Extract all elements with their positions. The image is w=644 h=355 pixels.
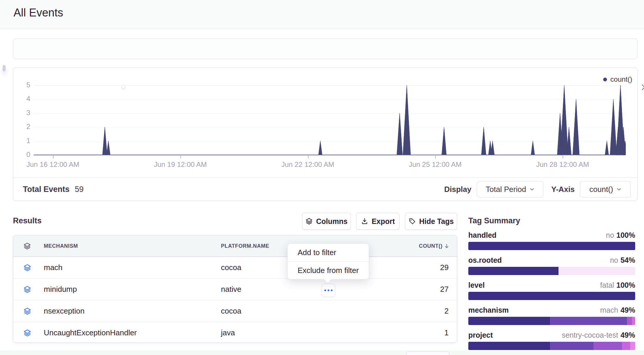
hide-tags-button-label: Hide Tags <box>419 217 454 226</box>
legend-label: count() <box>610 75 632 83</box>
tag-entry-mechanism: mechanism mach49% <box>468 306 635 325</box>
tag-distribution-bar[interactable] <box>468 342 635 350</box>
close-icon[interactable] <box>640 83 644 92</box>
tag-bar-segment <box>559 267 635 275</box>
sort-desc-icon <box>444 244 449 249</box>
layers-icon <box>23 329 31 337</box>
tag-name: level <box>468 281 485 289</box>
tag-top-value: no100% <box>606 231 635 240</box>
cell-platform[interactable]: native <box>221 285 368 294</box>
tag-name: project <box>468 331 493 339</box>
layers-icon <box>23 307 31 315</box>
chart-legend[interactable]: count() <box>603 75 632 83</box>
table-header-row: MECHANISM PLATFORM.NAME COUNT() <box>13 235 457 257</box>
tag-bar-segment <box>468 292 635 300</box>
row-icon-cell <box>13 264 44 272</box>
export-button-label: Export <box>372 217 395 226</box>
tag-bar-segment <box>468 317 550 325</box>
cell-mechanism[interactable]: UncaughtExceptionHandler <box>44 328 221 337</box>
tag-summary-panel: Tag Summary handled no100% os.rooted no5… <box>468 216 635 350</box>
layers-icon <box>23 242 31 250</box>
tag-bar-segment <box>468 242 635 250</box>
discover-all-events-page: All Events event.type:error handled:no l… <box>0 0 644 355</box>
cell-platform[interactable]: java <box>221 328 368 337</box>
tag-distribution-bar[interactable] <box>468 317 635 325</box>
row-icon-cell <box>13 307 44 315</box>
dot-icon <box>324 289 326 291</box>
results-table: MECHANISM PLATFORM.NAME COUNT() mach coc… <box>13 235 457 343</box>
legend-dot-icon <box>603 78 607 81</box>
tag-bar-segment <box>627 317 632 325</box>
tag-bar-segment <box>550 317 627 325</box>
tag-entry-level: level fatal100% <box>468 281 635 300</box>
total-events: Total Events 59 <box>23 177 84 201</box>
column-header-count[interactable]: COUNT() <box>368 243 457 249</box>
display-dropdown-value: Total Period <box>486 185 526 194</box>
total-events-label: Total Events <box>23 185 70 194</box>
tag-top-value: mach49% <box>600 306 635 314</box>
yaxis-dropdown-value: count() <box>589 185 613 194</box>
display-dropdown[interactable]: Total Period <box>477 181 543 197</box>
table-row: minidump native 27 <box>13 279 457 300</box>
table-row: UncaughtExceptionHandler java 1 <box>13 322 457 343</box>
page-title: All Events <box>14 6 63 19</box>
columns-button[interactable]: Columns <box>302 213 351 230</box>
tag-distribution-bar[interactable] <box>468 242 635 250</box>
search-bar[interactable]: event.type:error handled:no level:fatal <box>13 38 638 59</box>
tag-distribution-bar[interactable] <box>468 292 635 300</box>
cell-mechanism[interactable]: nsexception <box>44 307 221 316</box>
tag-name: os.rooted <box>468 256 502 264</box>
yaxis-label: Y-Axis <box>551 185 575 194</box>
tag-bar-segment <box>593 342 622 350</box>
tag-top-value: fatal100% <box>600 281 635 289</box>
tag-icon <box>408 217 416 225</box>
results-title: Results <box>13 216 42 225</box>
table-row: nsexception cocoa 2 <box>13 300 457 322</box>
export-button[interactable]: Export <box>356 213 400 230</box>
cell-mechanism[interactable]: mach <box>44 263 221 272</box>
cell-count[interactable]: 2 <box>368 307 457 316</box>
layers-icon <box>305 217 313 225</box>
row-icon-cell <box>13 285 44 294</box>
download-icon <box>361 217 368 225</box>
chevron-down-icon <box>530 188 534 191</box>
page-header: All Events <box>0 0 644 29</box>
tag-entry-handled: handled no100% <box>468 231 635 250</box>
menu-item-add-to-filter[interactable]: Add to filter <box>288 244 369 261</box>
tag-top-value: no54% <box>610 256 635 264</box>
hide-tags-button[interactable]: Hide Tags <box>405 213 457 230</box>
layers-icon <box>23 285 31 294</box>
pagination-button[interactable] <box>406 351 450 355</box>
cell-count[interactable]: 29 <box>368 263 457 272</box>
tag-bar-segment <box>632 317 635 325</box>
cell-mechanism[interactable]: minidump <box>44 285 221 294</box>
row-icon-cell <box>13 329 44 337</box>
layers-icon <box>23 264 31 272</box>
tag-bar-segment <box>468 342 550 350</box>
tag-name: mechanism <box>468 306 509 314</box>
cell-actions-button[interactable] <box>322 284 335 297</box>
columns-button-label: Columns <box>316 217 348 226</box>
cell-count[interactable]: 27 <box>368 285 457 294</box>
cell-platform[interactable]: cocoa <box>221 307 368 316</box>
cell-actions-menu: Add to filter Exclude from filter <box>287 243 369 279</box>
yaxis-dropdown[interactable]: count() <box>580 181 630 197</box>
header-icon-cell <box>13 242 44 250</box>
tag-name: handled <box>468 231 497 240</box>
tag-bar-segment <box>630 342 635 350</box>
tag-bar-segment <box>622 342 630 350</box>
table-row: mach cocoa 29 <box>13 257 457 279</box>
page-bottom-background <box>0 350 644 355</box>
display-label: Display <box>444 185 472 194</box>
tag-top-value: sentry-cocoa-test49% <box>562 331 635 339</box>
column-header-count-label: COUNT() <box>419 243 442 249</box>
dot-icon <box>331 289 333 291</box>
tag-bar-segment <box>550 342 593 350</box>
tag-summary-title: Tag Summary <box>468 216 635 225</box>
cell-count[interactable]: 1 <box>368 328 457 337</box>
count-series-area <box>34 85 626 155</box>
dot-icon <box>328 289 329 291</box>
tag-distribution-bar[interactable] <box>468 267 635 275</box>
column-header-mechanism[interactable]: MECHANISM <box>44 243 221 249</box>
total-events-value: 59 <box>75 185 84 194</box>
